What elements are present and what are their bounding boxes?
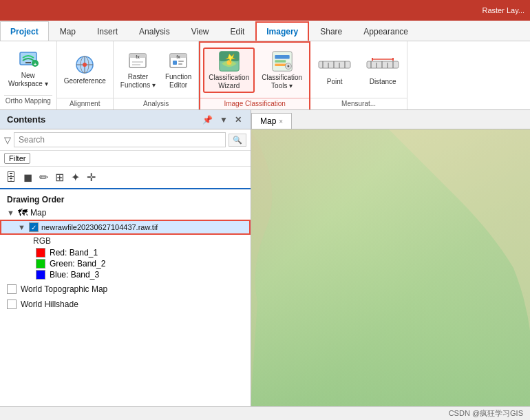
polygon-icon[interactable]: ◼	[22, 169, 34, 185]
tab-view[interactable]: View	[181, 21, 220, 41]
svg-text:fx: fx	[136, 54, 140, 59]
tree-item-map[interactable]: ▼ 🗺 Map	[0, 206, 251, 220]
rgb-label: RGB	[0, 235, 251, 247]
rgb-item-blue: Blue: Band_3	[0, 269, 251, 280]
classification-tools-label: ClassificationTools ▾	[262, 74, 302, 90]
svg-rect-19	[178, 63, 182, 65]
pencil-icon[interactable]: ✏	[38, 169, 50, 185]
raster-file-label: newrawfile20230627104437.raw.tif	[41, 223, 242, 231]
tree-item-world-hillshade[interactable]: World Hillshade	[0, 298, 251, 311]
star-icon[interactable]: ✦	[70, 169, 81, 185]
green-swatch	[36, 259, 45, 269]
tab-project[interactable]: Project	[0, 21, 49, 41]
raster-functions-button[interactable]: fx RasterFunctions ▾	[116, 48, 160, 91]
green-label: Green: Band_2	[50, 259, 105, 269]
ribbon-group-alignment: Georeference Alignment	[57, 41, 114, 109]
contents-toolbar: 🗄 ◼ ✏ ⊞ ✦ ✛	[0, 167, 251, 189]
tree-item-world-topo[interactable]: World Topographic Map	[0, 283, 251, 295]
svg-text:fx: fx	[176, 54, 180, 59]
svg-rect-1	[25, 62, 31, 63]
title-bar-label: Raster Lay...	[482, 6, 524, 14]
point-label: Point	[327, 78, 343, 86]
close-panel-icon[interactable]: ✕	[233, 115, 244, 125]
georeference-button[interactable]: Georeference	[60, 52, 110, 87]
raster-checkbox[interactable]: ✓	[29, 222, 39, 232]
blue-swatch	[36, 270, 45, 280]
tab-insert[interactable]: Insert	[87, 21, 128, 41]
ribbon: + NewWorkspace ▾ Ortho Mapping	[0, 41, 530, 110]
new-workspace-button[interactable]: + NewWorkspace ▾	[4, 47, 52, 90]
tab-edit[interactable]: Edit	[220, 21, 255, 41]
tab-map[interactable]: Map	[50, 21, 86, 41]
tab-analysis[interactable]: Analysis	[129, 21, 180, 41]
expand-icon[interactable]: ▼	[7, 209, 15, 217]
map-panel: Map ×	[251, 110, 530, 406]
image-classification-label: Image Classification	[200, 98, 309, 109]
svg-rect-34	[367, 61, 399, 68]
blue-label: Blue: Band_3	[50, 270, 99, 280]
drawing-order-label: Drawing Order	[0, 192, 251, 206]
filter-row: Filter	[0, 151, 251, 167]
ribbon-group-analysis: fx RasterFunctions ▾ fx	[114, 41, 200, 109]
search-button[interactable]: 🔍	[229, 134, 246, 147]
red-swatch	[36, 248, 45, 258]
function-editor-icon: fx	[167, 50, 189, 72]
ribbon-tab-bar: Project Map Insert Analysis View Edit Im…	[0, 21, 530, 41]
filter-funnel-icon: ▽	[4, 135, 11, 145]
pin-icon[interactable]: 📌	[200, 115, 215, 125]
classification-tools-icon	[271, 50, 293, 72]
map-content[interactable]	[251, 129, 530, 406]
raster-expand-icon[interactable]: ▼	[18, 223, 26, 231]
rgb-item-green: Green: Band_2	[0, 258, 251, 269]
svg-rect-24	[275, 55, 289, 59]
title-bar: Raster Lay...	[0, 0, 530, 21]
new-workspace-icon: +	[17, 48, 39, 70]
function-editor-label: FunctionEditor	[165, 73, 191, 90]
raster-functions-icon: fx	[127, 50, 149, 72]
world-topo-checkbox[interactable]	[7, 284, 17, 294]
map-imagery	[251, 129, 530, 406]
svg-rect-28	[319, 61, 350, 68]
map-tab-close[interactable]: ×	[279, 118, 283, 125]
analysis-group-label: Analysis	[114, 98, 199, 109]
classification-wizard-button[interactable]: ClassificationWizard	[203, 48, 255, 93]
contents-panel: Contents 📌 ▼ ✕ ▽ 🔍 Filter 🗄 ◼ ✏ ⊞ ✦ ✛	[0, 110, 251, 406]
function-editor-button[interactable]: fx FunctionEditor	[161, 48, 195, 91]
map-icon: 🗺	[18, 207, 28, 218]
cylinder-icon[interactable]: 🗄	[4, 170, 18, 185]
svg-rect-25	[275, 60, 286, 63]
panel-menu-icon[interactable]: ▼	[218, 115, 230, 125]
filter-button[interactable]: Filter	[4, 153, 30, 164]
distance-button[interactable]: Distance	[361, 52, 404, 87]
tab-imagery[interactable]: Imagery	[255, 21, 309, 41]
ribbon-group-mensuration: Point Distance	[310, 41, 407, 109]
ribbon-group-image-classification: ClassificationWizard ClassificationTools…	[199, 41, 310, 109]
search-input[interactable]	[14, 132, 226, 147]
raster-functions-label: RasterFunctions ▾	[120, 73, 156, 90]
classification-tools-button[interactable]: ClassificationTools ▾	[257, 49, 306, 92]
world-hillshade-checkbox[interactable]	[7, 300, 17, 309]
grid-icon[interactable]: ⊞	[54, 169, 65, 185]
map-tab-bar: Map ×	[251, 110, 530, 129]
ortho-mapping-label: Ortho Mapping	[4, 95, 52, 107]
tab-appearance[interactable]: Appearance	[353, 21, 418, 41]
distance-ruler-icon	[365, 53, 400, 76]
georeference-label: Georeference	[64, 77, 106, 85]
compass-icon[interactable]: ✛	[85, 169, 97, 185]
map-tab[interactable]: Map ×	[251, 113, 292, 129]
world-hillshade-label: World Hillshade	[21, 300, 244, 309]
point-button[interactable]: Point	[313, 52, 356, 87]
map-label: Map	[30, 208, 244, 218]
rgb-item-red: Red: Band_1	[0, 247, 251, 258]
distance-label: Distance	[370, 78, 396, 86]
tab-share[interactable]: Share	[310, 21, 352, 41]
tree-content: Drawing Order ▼ 🗺 Map ▼ ✓ newrawfile2023…	[0, 189, 251, 406]
world-topo-label: World Topographic Map	[21, 284, 244, 294]
ribbon-group-workspace: + NewWorkspace ▾ Ortho Mapping	[0, 41, 57, 109]
svg-text:+: +	[33, 61, 36, 67]
contents-title: Contents	[7, 114, 45, 125]
mensuration-label: Mensurat...	[310, 98, 407, 109]
tree-item-raster[interactable]: ▼ ✓ newrawfile20230627104437.raw.tif	[0, 220, 251, 235]
status-bar: CSDN @疯狂学习GIS	[0, 406, 530, 420]
main-layout: Contents 📌 ▼ ✕ ▽ 🔍 Filter 🗄 ◼ ✏ ⊞ ✦ ✛	[0, 110, 530, 406]
